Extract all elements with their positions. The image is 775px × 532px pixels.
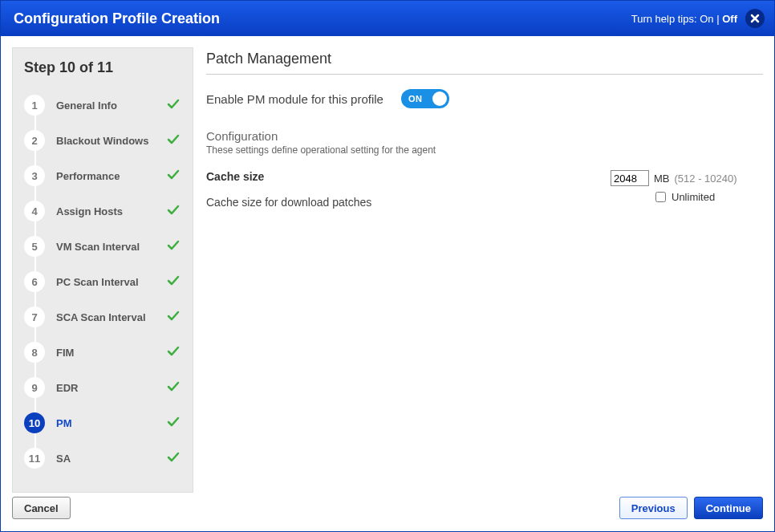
help-tips-off[interactable]: Off bbox=[722, 13, 737, 25]
step-label: PM bbox=[56, 417, 167, 429]
main-panel: Patch Management Enable PM module for th… bbox=[206, 47, 763, 493]
step-number: 7 bbox=[24, 307, 45, 327]
footer: Cancel Previous Continue bbox=[1, 493, 774, 531]
check-icon bbox=[167, 239, 180, 254]
cache-size-row: Cache size Cache size for download patch… bbox=[206, 170, 763, 209]
step-label: SCA Scan Interval bbox=[56, 311, 167, 323]
check-icon bbox=[167, 204, 180, 219]
step-number: 6 bbox=[24, 271, 45, 292]
divider bbox=[206, 74, 763, 75]
dialog-body: Step 10 of 11 1 General Info 2 Blackout … bbox=[1, 36, 774, 493]
cache-left: Cache size Cache size for download patch… bbox=[206, 170, 611, 209]
step-label: VM Scan Interval bbox=[56, 241, 167, 253]
step-edr[interactable]: 9 EDR bbox=[22, 370, 183, 405]
enable-toggle[interactable]: ON bbox=[401, 89, 449, 108]
step-sidebar: Step 10 of 11 1 General Info 2 Blackout … bbox=[12, 47, 193, 493]
toggle-label: ON bbox=[408, 94, 423, 104]
step-performance[interactable]: 3 Performance bbox=[22, 158, 183, 193]
step-blackout-windows[interactable]: 2 Blackout Windows bbox=[22, 123, 183, 158]
step-label: Blackout Windows bbox=[56, 135, 167, 147]
help-tips-sep: | bbox=[716, 13, 719, 25]
cancel-button[interactable]: Cancel bbox=[12, 497, 71, 519]
titlebar: Configuration Profile Creation Turn help… bbox=[1, 1, 774, 36]
step-label: EDR bbox=[56, 382, 167, 394]
close-icon bbox=[750, 14, 760, 23]
unlimited-label: Unlimited bbox=[672, 191, 715, 203]
step-label: PC Scan Interval bbox=[56, 276, 167, 288]
step-number: 3 bbox=[24, 165, 45, 186]
cache-size-desc: Cache size for download patches bbox=[206, 196, 611, 209]
previous-button[interactable]: Previous bbox=[619, 497, 688, 519]
step-label: Assign Hosts bbox=[56, 205, 167, 217]
check-icon bbox=[167, 310, 180, 325]
check-icon bbox=[167, 380, 180, 396]
config-title: Configuration bbox=[206, 129, 763, 143]
check-icon bbox=[167, 451, 180, 466]
toggle-knob bbox=[432, 91, 447, 106]
unlimited-row[interactable]: Unlimited bbox=[652, 189, 763, 205]
step-sca-scan-interval[interactable]: 7 SCA Scan Interval bbox=[22, 299, 183, 335]
help-tips: Turn help tips: On | Off bbox=[631, 13, 737, 25]
cache-range: (512 - 10240) bbox=[675, 173, 737, 185]
help-tips-prefix: Turn help tips: bbox=[631, 13, 697, 25]
step-pm[interactable]: 10 PM bbox=[22, 405, 183, 441]
step-pc-scan-interval[interactable]: 6 PC Scan Interval bbox=[22, 264, 183, 299]
step-number: 4 bbox=[24, 201, 45, 221]
check-icon bbox=[167, 416, 180, 431]
step-label: Performance bbox=[56, 170, 167, 182]
step-header: Step 10 of 11 bbox=[24, 59, 183, 76]
enable-row: Enable PM module for this profile ON bbox=[206, 89, 763, 108]
dialog-window: Configuration Profile Creation Turn help… bbox=[0, 0, 775, 532]
step-list: 1 General Info 2 Blackout Windows 3 Perf… bbox=[22, 87, 183, 476]
step-number: 2 bbox=[24, 130, 45, 151]
step-label: FIM bbox=[56, 347, 167, 359]
close-button[interactable] bbox=[745, 9, 765, 28]
check-icon bbox=[167, 133, 180, 148]
unlimited-checkbox[interactable] bbox=[655, 192, 666, 202]
step-label: SA bbox=[56, 453, 167, 465]
step-general-info[interactable]: 1 General Info bbox=[22, 87, 183, 123]
cache-right: MB (512 - 10240) Unlimited bbox=[611, 170, 763, 205]
dialog-title: Configuration Profile Creation bbox=[14, 10, 631, 27]
step-number: 11 bbox=[24, 448, 45, 469]
step-vm-scan-interval[interactable]: 5 VM Scan Interval bbox=[22, 229, 183, 264]
cache-unit: MB bbox=[654, 173, 670, 185]
cache-input-row: MB (512 - 10240) bbox=[611, 170, 763, 186]
step-fim[interactable]: 8 FIM bbox=[22, 335, 183, 370]
check-icon bbox=[167, 274, 180, 290]
check-icon bbox=[167, 98, 180, 113]
step-sa[interactable]: 11 SA bbox=[22, 441, 183, 476]
step-number: 10 bbox=[24, 412, 45, 433]
step-number: 9 bbox=[24, 377, 45, 398]
cache-size-input[interactable] bbox=[611, 170, 649, 186]
step-number: 1 bbox=[24, 95, 45, 116]
config-subtitle: These settings define operational settin… bbox=[206, 144, 763, 156]
step-number: 5 bbox=[24, 236, 45, 257]
help-tips-on[interactable]: On bbox=[700, 13, 713, 25]
check-icon bbox=[167, 345, 180, 360]
step-number: 8 bbox=[24, 342, 45, 363]
check-icon bbox=[167, 169, 180, 184]
cache-size-label: Cache size bbox=[206, 170, 611, 183]
enable-label: Enable PM module for this profile bbox=[206, 92, 383, 106]
continue-button[interactable]: Continue bbox=[694, 497, 763, 519]
step-label: General Info bbox=[56, 99, 167, 112]
page-title: Patch Management bbox=[206, 51, 763, 67]
step-assign-hosts[interactable]: 4 Assign Hosts bbox=[22, 193, 183, 229]
